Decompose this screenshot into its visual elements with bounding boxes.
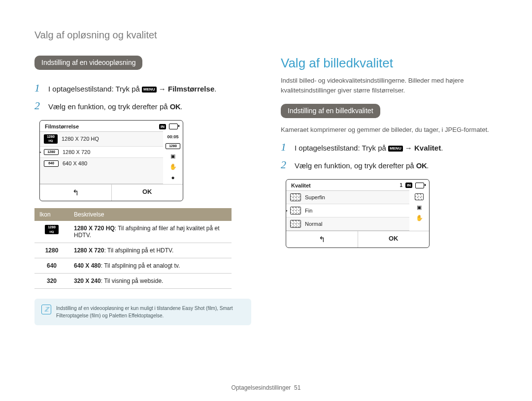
note-box: ℤ Indstilling af en videoopløsning er ku… xyxy=(34,299,251,325)
side-quality-icon xyxy=(415,193,424,200)
mic-icon: ● xyxy=(171,174,174,181)
quality-fine-icon xyxy=(290,207,301,215)
step-2: Vælg en funktion, og tryk derefter på OK… xyxy=(34,99,251,112)
steps-video: I optagelsestilstand: Tryk på MENU → Fil… xyxy=(34,82,251,112)
icon-description-table: Ikon Beskrivelse 1280HQ 1280 X 720 HQ: T… xyxy=(34,208,232,289)
hand-icon: ✋ xyxy=(416,215,423,221)
side-tag-icon: 1280 xyxy=(166,143,180,149)
res-tag-640-icon: 640 xyxy=(44,160,59,166)
left-column: Indstilling af en videoopløsning I optag… xyxy=(34,56,251,325)
battery-icon xyxy=(169,123,178,129)
quality-superfine-icon xyxy=(290,193,301,201)
quality-normal-icon xyxy=(290,220,301,228)
eis-icon: ▣ xyxy=(170,153,175,159)
hand-icon: ✋ xyxy=(169,163,177,170)
step-1: I optagelsestilstand: Tryk på MENU → Fil… xyxy=(34,82,251,94)
battery-icon xyxy=(415,183,424,188)
step-2: Vælg en funktion, og tryk derefter på OK… xyxy=(281,158,498,171)
table-row: 1280 1280 X 720: Til afspilning på et HD… xyxy=(34,243,232,258)
breadcrumb: Valg af opløsning og kvalitet xyxy=(34,30,498,41)
res-tag-1280hq-icon: 1280HQ xyxy=(44,134,58,144)
two-column-layout: Indstilling af en videoopløsning I optag… xyxy=(34,56,498,325)
list-item: 1280HQ 1280 X 720 HQ xyxy=(40,132,163,147)
list-item-selected: 1280 1280 X 720 xyxy=(40,147,163,158)
list-item: Superfin xyxy=(286,191,409,204)
page-footer: Optagelsesindstillinger 51 xyxy=(0,384,532,391)
lcd-title: Kvalitet xyxy=(291,183,311,188)
manual-page: Valg af opløsning og kvalitet Indstillin… xyxy=(0,0,532,401)
lcd-list: Superfin Fin Normal xyxy=(286,190,409,231)
lcd-filmsize: Filmstørrelse IN 1280HQ 1280 X 720 HQ 12… xyxy=(39,120,183,201)
ok-button[interactable]: OK xyxy=(112,185,183,201)
lcd-side-icons: ▣ ✋ xyxy=(409,190,429,231)
table-row: 640 640 X 480: Til afspilning på et anal… xyxy=(34,258,232,274)
eis-icon: ▣ xyxy=(417,204,422,211)
steps-quality: I optagelsestilstand: Tryk på MENU → Kva… xyxy=(281,141,498,171)
intro-text: Indstil billed- og videokvalitetsindstil… xyxy=(281,76,498,95)
back-button[interactable]: ↰ xyxy=(286,231,358,247)
menu-icon: MENU xyxy=(388,146,403,152)
lcd-list: 1280HQ 1280 X 720 HQ 1280 1280 X 720 640… xyxy=(40,131,163,184)
list-item: 640 640 X 480 xyxy=(40,158,163,169)
res-1280hq-icon: 1280HQ xyxy=(45,225,59,234)
lcd-title: Filmstørrelse xyxy=(45,123,79,129)
table-row: 1280HQ 1280 X 720 HQ: Til afspilning af … xyxy=(34,221,232,243)
lcd-quality: Kvalitet 1 IN Superfin xyxy=(286,179,430,248)
list-item-selected: Fin xyxy=(286,204,409,217)
ok-icon: OK xyxy=(170,102,181,111)
section-pill-video-res: Indstilling af en videoopløsning xyxy=(34,56,142,70)
back-button[interactable]: ↰ xyxy=(40,185,112,201)
lcd-side-icons: 00:05 1280 ▣ ✋ ● xyxy=(163,131,183,184)
sub-text: Kameraet komprimerer og gemmer de billed… xyxy=(281,125,498,135)
lcd-bottom-bar: ↰ OK xyxy=(40,184,183,201)
col-beskrivelse: Beskrivelse xyxy=(69,208,232,221)
step-1: I optagelsestilstand: Tryk på MENU → Kva… xyxy=(281,141,498,154)
ok-button[interactable]: OK xyxy=(358,231,430,247)
note-icon: ℤ xyxy=(41,305,51,314)
list-item: Normal xyxy=(286,217,409,230)
lcd-bottom-bar: ↰ OK xyxy=(286,231,429,247)
section-title: Valg af billedkvalitet xyxy=(281,56,498,71)
menu-icon: MENU xyxy=(142,87,157,93)
section-pill-image-quality: Indstilling af en billedkvalitet xyxy=(281,104,380,118)
col-ikon: Ikon xyxy=(34,208,69,221)
ok-icon: OK xyxy=(416,161,427,170)
res-tag-1280-icon: 1280 xyxy=(44,149,59,155)
table-row: 320 320 X 240: Til visning på webside. xyxy=(34,274,232,289)
in-icon: IN xyxy=(405,183,412,188)
in-icon: IN xyxy=(159,124,166,129)
right-column: Valg af billedkvalitet Indstil billed- o… xyxy=(281,56,498,325)
